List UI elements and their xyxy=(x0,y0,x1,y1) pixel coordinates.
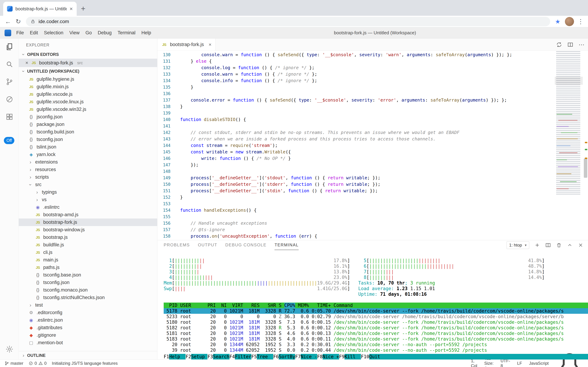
fkey-label-search[interactable]: Search xyxy=(213,354,230,359)
source-control-icon[interactable] xyxy=(0,74,19,90)
tree-item-.mention-bot[interactable]: ▢.mention-bot xyxy=(19,339,157,347)
open-changes-icon[interactable] xyxy=(556,42,562,48)
tree-item-tslint.json[interactable]: {}tslint.json xyxy=(19,143,157,151)
tree-item-gulpfile.vscode.linux.js[interactable]: JSgulpfile.vscode.linux.js xyxy=(19,98,157,106)
explorer-icon[interactable] xyxy=(0,39,19,55)
app-logo-icon[interactable] xyxy=(5,30,11,36)
tree-item-gulpfile.mixin.js[interactable]: JSgulpfile.mixin.js xyxy=(19,83,157,91)
tree-item-.gitignore[interactable]: ◆.gitignore xyxy=(19,332,157,339)
editor-scrollbar[interactable] xyxy=(583,51,588,240)
panel-tab-debug-console[interactable]: DEBUG CONSOLE xyxy=(225,240,266,250)
tree-item-typings[interactable]: ›typings xyxy=(19,188,157,196)
tree-item-tsconfig.strictNullChecks.json[interactable]: {}tsconfig.strictNullChecks.json xyxy=(19,294,157,301)
tree-item-bootstrap-window.js[interactable]: JSbootstrap-window.js xyxy=(19,226,157,234)
menu-terminal[interactable]: Terminal xyxy=(115,30,139,35)
fkey-f5[interactable]: F5 xyxy=(251,354,257,359)
settings-gear-icon[interactable] xyxy=(0,341,19,357)
debug-icon[interactable] xyxy=(0,92,19,107)
bookmark-star-icon[interactable]: ★ xyxy=(553,18,562,25)
fkey-f1[interactable]: F1 xyxy=(164,354,169,359)
tree-item-resources[interactable]: ›resources xyxy=(19,166,157,173)
extensions-icon[interactable] xyxy=(0,109,19,125)
fkey-f8[interactable]: F8 xyxy=(317,354,323,359)
process-row-5182[interactable]: 5182 root 20 0 1021M 181M 3328 R 5.3 0.6… xyxy=(164,325,588,331)
fkey-label-nice[interactable]: Nice - xyxy=(301,354,317,359)
process-row-5233[interactable]: 5233 root 20 0 0 0 0 Z 36.3 0.0 0:02.79 … xyxy=(164,314,588,319)
tree-item-extensions[interactable]: ›extensions xyxy=(19,158,157,166)
fkey-f4[interactable]: F4 xyxy=(230,354,235,359)
tree-item-test[interactable]: ›test xyxy=(19,301,157,309)
tree-item-bootstrap-amd.js[interactable]: JSbootstrap-amd.js xyxy=(19,211,157,218)
split-editor-icon[interactable] xyxy=(567,42,573,48)
fkey-f3[interactable]: F3 xyxy=(207,354,213,359)
fkey-label-sortby[interactable]: SortBy xyxy=(279,354,295,359)
fkey-label-quit[interactable]: Quit xyxy=(369,354,386,359)
fkey-label-filter[interactable]: Filter xyxy=(235,354,251,359)
maximize-panel-icon[interactable] xyxy=(567,242,573,248)
fkey-f6[interactable]: F6 xyxy=(273,354,279,359)
tree-item-.eslintrc[interactable]: ◉.eslintrc xyxy=(19,203,157,211)
fkey-f2[interactable]: F2 xyxy=(186,354,191,359)
sort-column-header[interactable]: CPU% xyxy=(284,303,295,308)
workspace-section-header[interactable]: › UNTITLED (WORKSPACE) xyxy=(19,67,157,75)
fkey-label-nice[interactable]: Nice + xyxy=(323,354,339,359)
tree-item-yarn.lock[interactable]: ◈yarn.lock xyxy=(19,151,157,158)
process-row-20[interactable]: 20 root 20 0 1344M 62052 1952 S 3.3 0.2 … xyxy=(164,342,588,347)
close-icon[interactable]: × xyxy=(25,60,28,66)
back-button[interactable]: ← xyxy=(3,17,13,26)
tree-item-.editorconfig[interactable]: ⚙.editorconfig xyxy=(19,309,157,317)
editor-tab[interactable]: JS bootstrap-fork.js × xyxy=(157,39,215,50)
more-actions-icon[interactable]: ⋯ xyxy=(579,41,585,48)
split-terminal-icon[interactable] xyxy=(545,242,551,248)
new-tab-button[interactable]: + xyxy=(78,4,88,13)
fkey-label-setup[interactable]: Setup xyxy=(191,354,208,359)
tree-item-tsconfig.monaco.json[interactable]: {}tsconfig.monaco.json xyxy=(19,286,157,294)
tree-item-package.json[interactable]: {}package.json xyxy=(19,121,157,128)
tree-item-jsconfig.json[interactable]: {}jsconfig.json xyxy=(19,113,157,121)
tree-item-buildfile.js[interactable]: JSbuildfile.js xyxy=(19,241,157,249)
reload-button[interactable]: ↻ xyxy=(14,17,23,26)
minimap[interactable] xyxy=(555,51,583,240)
tree-item-.eslintrc.json[interactable]: ◉.eslintrc.json xyxy=(19,317,157,324)
menu-help[interactable]: Help xyxy=(139,30,154,35)
tree-item-scripts[interactable]: ›scripts xyxy=(19,173,157,181)
panel-tab-output[interactable]: OUTPUT xyxy=(198,240,217,250)
problems-indicator[interactable]: 0 0 xyxy=(29,361,47,366)
browser-tab[interactable]: bootstrap-fork.js — Untitled (W × xyxy=(3,2,77,16)
tree-item-tsconfig.json[interactable]: {}tsconfig.json xyxy=(19,136,157,143)
code-editor[interactable]: 130 console.warn = function () { safeSen… xyxy=(157,51,588,240)
process-row-5183[interactable]: 5183 root 20 0 1021M 181M 3328 S 4.0 0.6… xyxy=(164,336,588,342)
fkey-f9[interactable]: F9 xyxy=(339,354,345,359)
tree-item-cli.js[interactable]: JScli.js xyxy=(19,249,157,256)
search-icon[interactable] xyxy=(0,56,19,72)
menu-file[interactable]: File xyxy=(13,30,27,35)
terminal-content[interactable]: 1[|||||||||||17.8%] 5[||||||||||||||||||… xyxy=(157,250,588,359)
tree-item-gulpfile.vscode.win32.js[interactable]: JSgulpfile.vscode.win32.js xyxy=(19,106,157,113)
browser-menu-icon[interactable]: ⋮ xyxy=(577,18,585,25)
git-branch-indicator[interactable]: master xyxy=(5,361,23,366)
menu-go[interactable]: Go xyxy=(83,30,95,35)
process-row-39[interactable]: 39 root 20 0 1344M 62052 1952 S 0.0 0.2 … xyxy=(164,347,588,353)
encoding-indicator[interactable]: UTF-8 xyxy=(500,359,510,367)
fkey-f7[interactable]: F7 xyxy=(295,354,301,359)
fkey-label-kill[interactable]: Kill xyxy=(345,354,361,359)
tree-item-vs[interactable]: ›vs xyxy=(19,196,157,203)
outline-section-header[interactable]: › OUTLINE xyxy=(19,351,157,359)
close-panel-icon[interactable] xyxy=(578,242,583,248)
address-bar[interactable]: ide.coder.com xyxy=(26,17,550,26)
process-row-5178[interactable]: 5178 root 20 0 1021M 181M 3328 R 72.7 0.… xyxy=(164,308,588,314)
panel-tab-problems[interactable]: PROBLEMS xyxy=(164,240,190,250)
profile-avatar[interactable] xyxy=(565,17,574,26)
open-editors-section-header[interactable]: › OPEN EDITORS xyxy=(19,50,157,59)
tree-item-gulpfile.hygiene.js[interactable]: JSgulpfile.hygiene.js xyxy=(19,75,157,83)
fkey-label-tree[interactable]: Tree xyxy=(257,354,273,359)
eol-indicator[interactable]: LF xyxy=(517,361,522,366)
menu-view[interactable]: View xyxy=(66,30,83,35)
kill-terminal-icon[interactable] xyxy=(556,242,562,248)
minimap-slider[interactable] xyxy=(555,77,583,85)
tree-item-.gitattributes[interactable]: ◆.gitattributes xyxy=(19,324,157,332)
tab-close-icon[interactable]: × xyxy=(209,42,211,47)
menu-edit[interactable]: Edit xyxy=(27,30,41,35)
process-table-header[interactable]: PID USER PRI NI VIRT RES SHR S CPU% MEM%… xyxy=(164,303,588,308)
tree-item-main.js[interactable]: JSmain.js xyxy=(19,256,157,264)
